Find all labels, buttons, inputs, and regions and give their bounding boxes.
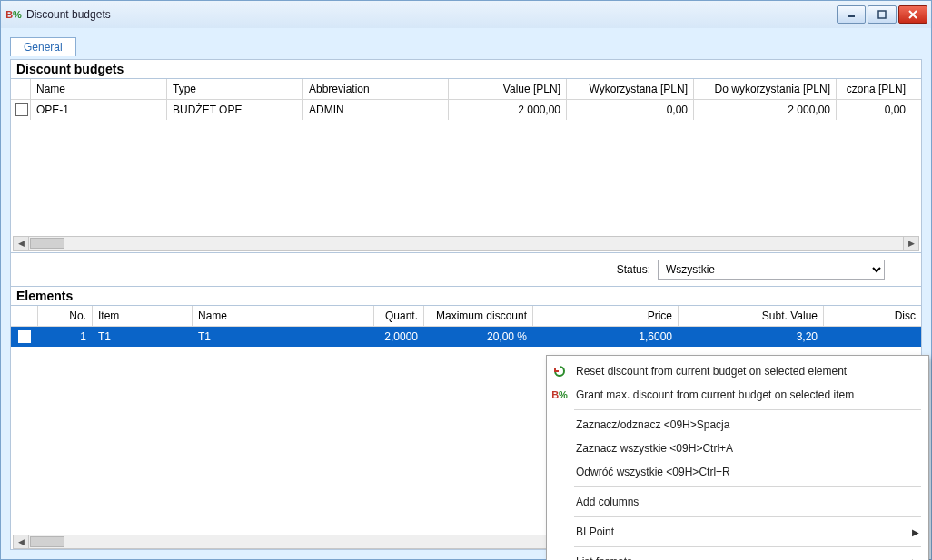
col-do-wykorzystania[interactable]: Do wykorzystania [PLN] — [694, 79, 837, 99]
close-button[interactable] — [898, 5, 927, 24]
elements-body: 1 T1 T1 2,0000 20,00 % 1,6000 3,20 — [11, 327, 921, 347]
menu-toggle-selection[interactable]: Zaznacz/odznacz <09H>Spacja — [547, 413, 928, 437]
scroll-right-icon[interactable]: ▶ — [903, 236, 919, 251]
cell-price: 1,6000 — [533, 327, 679, 347]
col-name[interactable]: Name — [193, 306, 374, 326]
minimize-button[interactable] — [837, 5, 866, 24]
table-row[interactable]: OPE-1 BUDŻET OPE ADMIN 2 000,00 0,00 2 0… — [13, 100, 921, 120]
menu-label: Zaznacz/odznacz <09H>Spacja — [576, 418, 729, 431]
percent-icon: B% — [6, 7, 21, 22]
col-item[interactable]: Item — [93, 306, 193, 326]
menu-label: Add columns — [576, 496, 639, 508]
col-czona[interactable]: czona [PLN] — [837, 79, 911, 99]
context-menu: Reset discount from current budget on se… — [546, 355, 929, 560]
scroll-thumb[interactable] — [30, 536, 64, 547]
titlebar: B% Discount budgets — [1, 1, 931, 29]
col-disc[interactable]: Disc — [824, 306, 921, 326]
cell-dow: 2 000,00 — [694, 100, 837, 120]
percent-icon: B% — [552, 388, 567, 402]
menu-select-all[interactable]: Zaznacz wszystkie <09H>Ctrl+A — [547, 437, 928, 460]
col-wykorzystana[interactable]: Wykorzystana [PLN] — [567, 79, 694, 99]
table-row[interactable]: 1 T1 T1 2,0000 20,00 % 1,6000 3,20 — [11, 327, 921, 347]
elements-title: Elements — [11, 287, 921, 306]
svg-rect-1 — [878, 11, 886, 18]
menu-separator — [574, 486, 921, 487]
cell-czo: 0,00 — [837, 100, 911, 120]
row-checkbox[interactable] — [15, 103, 28, 116]
menu-list-formats[interactable]: List formats ▶ — [547, 550, 928, 560]
submenu-arrow-icon: ▶ — [912, 557, 919, 561]
budgets-body: OPE-1 BUDŻET OPE ADMIN 2 000,00 0,00 2 0… — [11, 100, 921, 120]
col-check — [11, 306, 38, 326]
col-value[interactable]: Value [PLN] — [449, 79, 567, 99]
menu-separator — [574, 409, 921, 410]
tab-general[interactable]: General — [10, 37, 76, 56]
cell-abbr: ADMIN — [303, 100, 449, 120]
menu-separator — [574, 516, 921, 517]
menu-label: Grant max. discount from current budget … — [576, 388, 854, 401]
budgets-hscroll[interactable]: ◀ ▶ — [13, 236, 919, 251]
cell-value: 2 000,00 — [449, 100, 567, 120]
status-select[interactable]: Wszystkie — [658, 260, 885, 280]
row-checkbox[interactable] — [18, 330, 31, 343]
col-max[interactable]: Maximum discount — [424, 306, 533, 326]
cell-subt: 3,20 — [679, 327, 824, 347]
maximize-button[interactable] — [868, 5, 897, 24]
menu-grant-max-discount[interactable]: B% Grant max. discount from current budg… — [547, 383, 928, 407]
col-no[interactable]: No. — [38, 306, 93, 326]
cell-wyk: 0,00 — [567, 100, 694, 120]
col-check — [13, 79, 31, 99]
undo-icon — [552, 364, 567, 378]
col-name[interactable]: Name — [31, 79, 167, 99]
cell-max: 20,00 % — [424, 327, 533, 347]
window-title: Discount budgets — [26, 8, 111, 21]
scroll-left-icon[interactable]: ◀ — [13, 236, 29, 251]
col-subt[interactable]: Subt. Value — [679, 306, 824, 326]
menu-separator — [574, 546, 921, 547]
cell-name: T1 — [193, 327, 374, 347]
elements-header: No. Item Name Quant. Maximum discount Pr… — [11, 306, 921, 327]
budgets-title: Discount budgets — [11, 60, 921, 79]
cell-name: OPE-1 — [31, 100, 167, 120]
submenu-arrow-icon: ▶ — [912, 527, 919, 537]
cell-disc — [824, 327, 921, 347]
menu-label: Zaznacz wszystkie <09H>Ctrl+A — [576, 442, 733, 455]
menu-reset-discount[interactable]: Reset discount from current budget on se… — [547, 359, 928, 383]
col-quant[interactable]: Quant. — [374, 306, 424, 326]
tabstrip: General — [1, 28, 931, 56]
menu-bi-point[interactable]: BI Point ▶ — [547, 520, 928, 544]
menu-label: BI Point — [576, 526, 614, 538]
budgets-header: Name Type Abbreviation Value [PLN] Wykor… — [11, 79, 921, 100]
budgets-section: Discount budgets Name Type Abbreviation … — [11, 60, 921, 253]
menu-label: Odwróć wszystkie <09H>Ctrl+R — [576, 466, 730, 478]
cell-quant: 2,0000 — [374, 327, 424, 347]
status-row: Status: Wszystkie — [11, 253, 921, 287]
col-price[interactable]: Price — [533, 306, 679, 326]
cell-item: T1 — [93, 327, 193, 347]
menu-label: Reset discount from current budget on se… — [576, 365, 847, 378]
cell-type: BUDŻET OPE — [167, 100, 303, 120]
menu-label: List formats — [576, 555, 632, 560]
menu-invert-selection[interactable]: Odwróć wszystkie <09H>Ctrl+R — [547, 460, 928, 484]
cell-no: 1 — [38, 327, 93, 347]
scroll-left-icon[interactable]: ◀ — [13, 535, 29, 549]
scroll-thumb[interactable] — [30, 238, 64, 249]
status-label: Status: — [617, 263, 650, 276]
menu-add-columns[interactable]: Add columns — [547, 490, 928, 514]
col-type[interactable]: Type — [167, 79, 303, 99]
col-abbr[interactable]: Abbreviation — [303, 79, 449, 99]
